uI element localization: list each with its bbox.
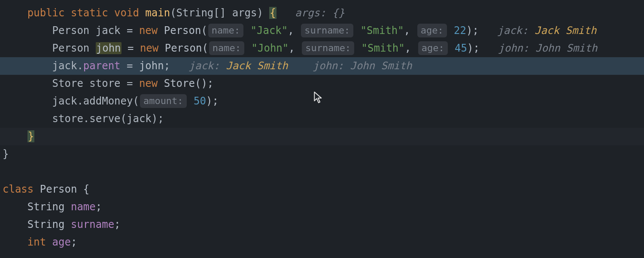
param-hint: amount: <box>140 94 187 108</box>
field: age <box>52 236 71 248</box>
keyword: class <box>3 183 33 195</box>
code-line[interactable]: Person jack = new Person(name: "Jack", s… <box>0 22 644 40</box>
keyword: new <box>139 77 158 89</box>
param-hint: age: <box>417 24 447 37</box>
debug-inlay: john: John Smith <box>313 60 412 72</box>
param-hint: age: <box>418 41 448 55</box>
code-line[interactable]: store.serve(jack); <box>0 110 644 128</box>
string: "Smith" <box>361 25 404 37</box>
code-line[interactable]: int age; <box>0 233 644 251</box>
number: 45 <box>455 42 467 54</box>
method-name: main <box>145 7 170 19</box>
field: parent <box>83 60 121 72</box>
code-line[interactable]: String name; <box>0 198 644 216</box>
keyword: public <box>27 7 65 19</box>
declaration: Person jack <box>52 25 121 37</box>
param-hint: surname: <box>302 41 354 55</box>
number: 22 <box>454 25 466 37</box>
code-editor[interactable]: public static void main(String[] args) {… <box>0 0 644 251</box>
selection: john <box>96 42 122 54</box>
brace-close: } <box>27 130 34 142</box>
current-line[interactable]: jack.parent = john; jack: Jack Smith joh… <box>0 57 644 75</box>
code-line[interactable]: class Person { <box>0 181 644 198</box>
code-line[interactable] <box>0 163 644 181</box>
field: name <box>71 201 96 213</box>
debug-inlay: jack: Jack Smith <box>497 25 596 37</box>
keyword: new <box>139 25 158 37</box>
keyword: int <box>27 236 46 248</box>
debug-inlay: john: John Smith <box>498 42 597 54</box>
brace-open: { <box>269 7 276 19</box>
number: 50 <box>194 95 206 107</box>
code-line[interactable]: public static void main(String[] args) {… <box>0 4 644 22</box>
keyword: static <box>71 7 108 19</box>
param-hint: surname: <box>301 24 353 37</box>
code-line[interactable]: } <box>0 128 644 145</box>
code-line[interactable]: String surname; <box>0 216 644 233</box>
param-hint: name: <box>208 24 243 37</box>
debug-inlay: args: {} <box>295 7 345 19</box>
brace-close: } <box>3 148 9 160</box>
code-line[interactable]: } <box>0 145 644 163</box>
string: "John" <box>252 42 289 54</box>
code-line[interactable]: Store store = new Store(); <box>0 75 644 92</box>
keyword: void <box>114 7 139 19</box>
string: "Smith" <box>361 42 405 54</box>
params: (String[] args) <box>170 7 263 19</box>
keyword: new <box>140 42 158 54</box>
code-line[interactable]: jack.addMoney(amount: 50); <box>0 92 644 110</box>
code-line[interactable]: Person john = new Person(name: "John", s… <box>0 40 644 57</box>
string: "Jack" <box>251 25 288 37</box>
debug-inlay: jack: Jack Smith <box>189 60 288 72</box>
param-hint: name: <box>209 41 244 55</box>
field: surname <box>71 218 114 230</box>
